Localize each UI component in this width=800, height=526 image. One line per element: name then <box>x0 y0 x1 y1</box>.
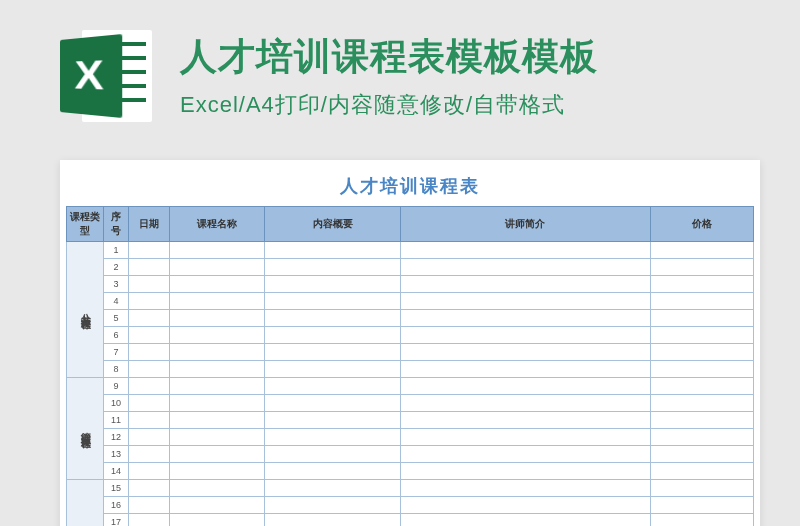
table-row: 11 <box>67 412 754 429</box>
cell-empty <box>128 497 169 514</box>
table-row: 3 <box>67 276 754 293</box>
cell-num: 3 <box>104 276 129 293</box>
cell-empty <box>265 327 401 344</box>
page-subtitle: Excel/A4打印/内容随意修改/自带格式 <box>180 90 598 120</box>
cell-empty <box>265 276 401 293</box>
table-row: 12 <box>67 429 754 446</box>
cell-empty <box>170 327 265 344</box>
cell-empty <box>265 378 401 395</box>
cell-empty <box>170 344 265 361</box>
cell-num: 8 <box>104 361 129 378</box>
cell-empty <box>265 429 401 446</box>
cell-empty <box>128 242 169 259</box>
cell-empty <box>170 429 265 446</box>
cell-empty <box>170 310 265 327</box>
th-content: 内容概要 <box>265 207 401 242</box>
cell-empty <box>401 480 651 497</box>
header-block: X 人才培训课程表模板模板 Excel/A4打印/内容随意修改/自带格式 <box>0 0 800 142</box>
cell-empty <box>401 395 651 412</box>
cell-empty <box>128 446 169 463</box>
cell-empty <box>401 310 651 327</box>
table-row: 13 <box>67 446 754 463</box>
cell-empty <box>170 378 265 395</box>
table-row: 4 <box>67 293 754 310</box>
cell-empty <box>650 480 753 497</box>
cell-empty <box>401 293 651 310</box>
cell-empty <box>128 463 169 480</box>
table-row: 2 <box>67 259 754 276</box>
cell-empty <box>265 480 401 497</box>
th-course: 课程名称 <box>170 207 265 242</box>
cell-empty <box>265 497 401 514</box>
page-title: 人才培训课程表模板模板 <box>180 32 598 82</box>
type-cell <box>67 480 104 527</box>
cell-empty <box>401 497 651 514</box>
cell-empty <box>401 344 651 361</box>
cell-empty <box>128 429 169 446</box>
table-body: 公共类课程12345678管理类课程9101112131415161718 <box>67 242 754 527</box>
cell-empty <box>265 242 401 259</box>
cell-empty <box>401 361 651 378</box>
cell-num: 14 <box>104 463 129 480</box>
cell-num: 6 <box>104 327 129 344</box>
cell-empty <box>265 310 401 327</box>
table-row: 6 <box>67 327 754 344</box>
cell-empty <box>650 412 753 429</box>
cell-empty <box>265 361 401 378</box>
cell-num: 16 <box>104 497 129 514</box>
cell-empty <box>265 514 401 527</box>
cell-empty <box>401 378 651 395</box>
cell-empty <box>401 463 651 480</box>
cell-num: 9 <box>104 378 129 395</box>
cell-empty <box>650 242 753 259</box>
cell-empty <box>265 395 401 412</box>
cell-empty <box>128 395 169 412</box>
cell-empty <box>128 361 169 378</box>
cell-empty <box>650 378 753 395</box>
cell-empty <box>650 259 753 276</box>
cell-empty <box>170 276 265 293</box>
cell-empty <box>401 412 651 429</box>
cell-empty <box>265 446 401 463</box>
document-preview: 人才培训课程表 课程类型 序号 日期 课程名称 内容概要 讲师简介 价格 公共类… <box>60 160 760 526</box>
table-row: 16 <box>67 497 754 514</box>
table-row: 17 <box>67 514 754 527</box>
cell-num: 13 <box>104 446 129 463</box>
cell-empty <box>265 344 401 361</box>
cell-num: 11 <box>104 412 129 429</box>
cell-empty <box>401 276 651 293</box>
cell-empty <box>650 429 753 446</box>
cell-empty <box>170 463 265 480</box>
cell-empty <box>650 395 753 412</box>
cell-empty <box>650 344 753 361</box>
table-row: 公共类课程1 <box>67 242 754 259</box>
cell-empty <box>128 480 169 497</box>
th-num: 序号 <box>104 207 129 242</box>
th-type: 课程类型 <box>67 207 104 242</box>
cell-empty <box>170 514 265 527</box>
th-date: 日期 <box>128 207 169 242</box>
cell-empty <box>170 497 265 514</box>
cell-empty <box>265 259 401 276</box>
cell-empty <box>128 344 169 361</box>
cell-empty <box>401 259 651 276</box>
cell-num: 4 <box>104 293 129 310</box>
cell-empty <box>650 276 753 293</box>
table-row: 14 <box>67 463 754 480</box>
cell-empty <box>401 429 651 446</box>
cell-num: 7 <box>104 344 129 361</box>
table-row: 15 <box>67 480 754 497</box>
cell-empty <box>170 242 265 259</box>
cell-empty <box>170 395 265 412</box>
cell-num: 10 <box>104 395 129 412</box>
cell-empty <box>170 361 265 378</box>
cell-empty <box>650 446 753 463</box>
cell-empty <box>265 412 401 429</box>
cell-empty <box>170 446 265 463</box>
cell-empty <box>650 463 753 480</box>
cell-num: 1 <box>104 242 129 259</box>
table-row: 5 <box>67 310 754 327</box>
cell-empty <box>650 293 753 310</box>
cell-empty <box>401 446 651 463</box>
table-header-row: 课程类型 序号 日期 课程名称 内容概要 讲师简介 价格 <box>67 207 754 242</box>
